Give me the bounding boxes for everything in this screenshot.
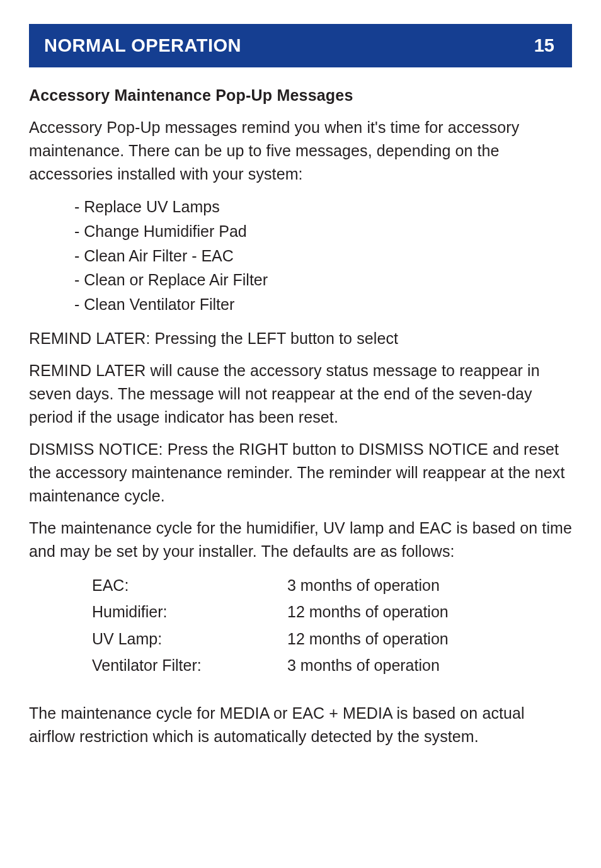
table-row: EAC: 3 months of operation	[92, 572, 572, 599]
table-row: Humidifier: 12 months of operation	[92, 598, 572, 625]
dismiss-notice-paragraph: DISMISS NOTICE: Press the RIGHT button t…	[29, 438, 572, 508]
defaults-intro-paragraph: The maintenance cycle for the humidifier…	[29, 517, 572, 563]
list-item: - Clean Air Filter - EAC	[74, 244, 572, 268]
page-container: NORMAL OPERATION 15 Accessory Maintenanc…	[0, 0, 601, 782]
defaults-value: 12 months of operation	[287, 625, 572, 653]
remind-later-paragraph: REMIND LATER will cause the accessory st…	[29, 359, 572, 429]
intro-paragraph: Accessory Pop-Up messages remind you whe…	[29, 116, 572, 186]
list-item: - Clean or Replace Air Filter	[74, 268, 572, 292]
list-item: - Clean Ventilator Filter	[74, 292, 572, 317]
defaults-table: EAC: 3 months of operation Humidifier: 1…	[29, 572, 572, 679]
section-subheading: Accessory Maintenance Pop-Up Messages	[29, 86, 572, 105]
list-item: - Change Humidifier Pad	[74, 219, 572, 244]
media-note-paragraph: The maintenance cycle for MEDIA or EAC +…	[29, 702, 572, 748]
defaults-label: UV Lamp:	[92, 625, 287, 653]
defaults-value: 12 months of operation	[287, 598, 572, 625]
header-title: NORMAL OPERATION	[44, 35, 241, 56]
defaults-value: 3 months of operation	[287, 652, 572, 679]
defaults-label: Ventilator Filter:	[92, 652, 287, 679]
message-list: - Replace UV Lamps - Change Humidifier P…	[29, 195, 572, 317]
table-row: Ventilator Filter: 3 months of operation	[92, 652, 572, 679]
defaults-label: EAC:	[92, 572, 287, 599]
header-bar: NORMAL OPERATION 15	[29, 24, 572, 67]
table-row: UV Lamp: 12 months of operation	[92, 625, 572, 653]
list-item: - Replace UV Lamps	[74, 195, 572, 219]
defaults-value: 3 months of operation	[287, 572, 572, 599]
header-page-number: 15	[534, 35, 554, 56]
defaults-label: Humidifier:	[92, 598, 287, 625]
remind-later-heading: REMIND LATER: Pressing the LEFT button t…	[29, 327, 572, 350]
